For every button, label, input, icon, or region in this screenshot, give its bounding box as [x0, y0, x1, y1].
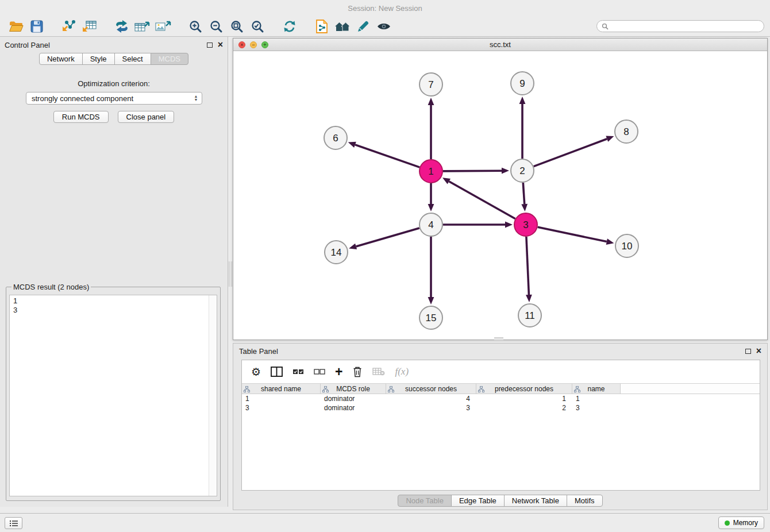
column-header-successor-nodes[interactable]: successor nodes — [386, 384, 476, 394]
tab-edge-table[interactable]: Edge Table — [451, 495, 505, 507]
titlebar: Session: New Session — [0, 0, 770, 16]
graph-edge-3-10[interactable] — [538, 227, 607, 241]
select-all-button[interactable] — [292, 368, 304, 376]
tab-network[interactable]: Network — [39, 53, 83, 65]
table-cell[interactable]: 3 — [572, 404, 621, 412]
column-header-shared-name[interactable]: shared name — [242, 384, 321, 394]
graph-node-3[interactable]: 3 — [514, 213, 537, 236]
task-history-button[interactable] — [5, 517, 22, 529]
session-arrows-button[interactable] — [111, 17, 132, 36]
graph-edge-4-14[interactable] — [356, 228, 419, 246]
graph-node-7[interactable]: 7 — [419, 73, 442, 96]
table-cell[interactable]: 4 — [386, 395, 476, 403]
tab-select[interactable]: Select — [114, 53, 151, 65]
export-table-button[interactable] — [132, 17, 153, 36]
vertical-splitter-grip[interactable] — [229, 261, 232, 287]
graph-edge-2-3[interactable] — [523, 183, 524, 204]
zoom-fit-button[interactable] — [226, 17, 247, 36]
show-hide-button[interactable] — [374, 17, 394, 36]
tab-motifs[interactable]: Motifs — [567, 495, 603, 507]
memory-button[interactable]: Memory — [718, 516, 764, 529]
save-session-button[interactable] — [26, 17, 47, 36]
table-row[interactable]: 3dominator323 — [242, 403, 760, 413]
tab-node-table[interactable]: Node Table — [398, 495, 452, 507]
unchecked-boxes-icon — [314, 368, 325, 376]
float-panel-icon[interactable] — [207, 43, 213, 48]
column-header-name[interactable]: name — [572, 384, 621, 394]
tab-network-table[interactable]: Network Table — [504, 495, 567, 507]
zoom-in-button[interactable] — [185, 17, 206, 36]
zoom-selected-button[interactable] — [247, 17, 268, 36]
delete-table-button-disabled[interactable] — [372, 368, 385, 376]
table-cell[interactable]: dominator — [321, 395, 386, 403]
refresh-button[interactable] — [279, 17, 300, 36]
trash-icon — [352, 366, 363, 377]
tab-mcds[interactable]: MCDS — [151, 53, 188, 65]
table-row[interactable]: 1dominator411 — [242, 394, 760, 403]
unselect-all-button[interactable] — [314, 368, 325, 376]
tab-style[interactable]: Style — [82, 53, 115, 65]
close-table-panel-icon[interactable]: × — [756, 348, 761, 354]
open-session-button[interactable] — [6, 17, 26, 36]
table-cell[interactable]: dominator — [321, 404, 386, 412]
graph-node-10[interactable]: 10 — [615, 234, 638, 257]
graph-edge-2-8[interactable] — [534, 139, 607, 167]
graph-node-6[interactable]: 6 — [324, 126, 347, 149]
close-panel-icon[interactable]: × — [218, 41, 223, 48]
column-tree-icon — [574, 386, 580, 392]
svg-text:2: 2 — [519, 165, 525, 176]
graph-node-14[interactable]: 14 — [325, 241, 348, 264]
float-table-panel-icon[interactable] — [745, 349, 751, 354]
search-input[interactable] — [611, 22, 759, 30]
table-cell[interactable]: 2 — [476, 404, 572, 412]
horizontal-splitter-grip[interactable] — [494, 337, 503, 341]
import-table-button[interactable] — [79, 17, 100, 36]
home-networks-button[interactable] — [332, 17, 353, 36]
eye-icon — [376, 21, 391, 32]
table-cell[interactable]: 1 — [242, 395, 321, 403]
column-header-predecessor-nodes[interactable]: predecessor nodes — [476, 384, 572, 394]
graph-node-1[interactable]: 1 — [419, 160, 442, 183]
graph-node-2[interactable]: 2 — [511, 159, 534, 182]
graph-node-9[interactable]: 9 — [511, 72, 534, 95]
table-cell[interactable]: 3 — [242, 404, 321, 412]
optimization-label: Optimization criterion: — [0, 79, 228, 88]
svg-text:9: 9 — [519, 78, 525, 89]
dropdown-stepper-icon: ▲▼ — [192, 95, 202, 102]
graph-edge-1-2[interactable] — [443, 171, 502, 171]
add-column-button[interactable]: + — [335, 367, 342, 377]
function-builder-button-disabled[interactable]: f(x) — [395, 366, 409, 377]
table-cell[interactable]: 3 — [386, 404, 476, 412]
result-scrollbar[interactable] — [209, 295, 217, 496]
import-network-button[interactable] — [59, 17, 79, 36]
graph-node-15[interactable]: 15 — [419, 306, 442, 329]
control-tabs: NetworkStyleSelectMCDS — [0, 53, 228, 65]
graph-edge-3-1[interactable] — [449, 182, 515, 219]
criterion-dropdown[interactable]: strongly connected component ▲▼ — [26, 92, 202, 105]
maximize-window-icon[interactable]: + — [261, 41, 268, 48]
table-cell[interactable]: 1 — [572, 395, 621, 403]
search-box[interactable] — [596, 20, 764, 32]
graph-node-4[interactable]: 4 — [419, 213, 442, 236]
network-canvas-svg[interactable]: 7968124310141511 — [233, 51, 767, 340]
graph-node-11[interactable]: 11 — [518, 304, 541, 327]
table-cell[interactable]: 1 — [476, 395, 572, 403]
graph-node-8[interactable]: 8 — [615, 120, 638, 143]
delete-table-icon — [372, 368, 385, 376]
minimize-window-icon[interactable]: − — [250, 41, 257, 48]
close-window-icon[interactable]: × — [238, 41, 245, 48]
network-file-button[interactable] — [311, 17, 332, 36]
export-image-button[interactable] — [153, 17, 174, 36]
table-panel: Table Panel × ⚙ + — [233, 343, 768, 510]
table-settings-button[interactable]: ⚙ — [251, 365, 261, 379]
close-panel-button[interactable]: Close panel — [118, 111, 175, 123]
column-header-MCDS-role[interactable]: MCDS role — [321, 384, 386, 394]
delete-column-button[interactable] — [352, 366, 363, 377]
zoom-out-button[interactable] — [206, 17, 226, 36]
graph-edge-3-11[interactable] — [526, 237, 529, 295]
run-mcds-button[interactable]: Run MCDS — [53, 111, 109, 123]
mcds-result-area[interactable]: 1 3 — [9, 295, 217, 496]
show-columns-button[interactable] — [271, 367, 283, 377]
style-brush-button[interactable] — [353, 17, 374, 36]
graph-edge-1-6[interactable] — [355, 145, 419, 167]
